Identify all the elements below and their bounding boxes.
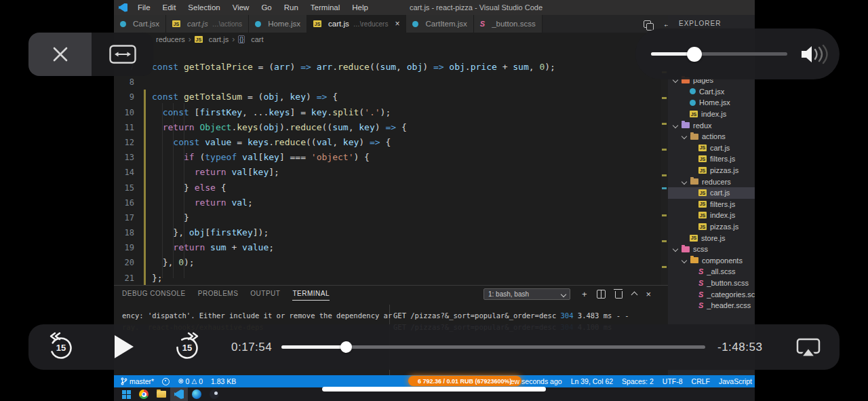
- code-editor[interactable]: 7const getTotalPrice = (arr) => arr.redu…: [114, 46, 661, 285]
- tab-cart.js[interactable]: JScart.js…\actions: [166, 15, 249, 33]
- sass-file-icon: S: [480, 20, 485, 27]
- panel-tab-terminal[interactable]: TERMINAL: [292, 290, 330, 301]
- code-line[interactable]: 14 return val[key];: [114, 165, 555, 180]
- taskbar-chrome-button[interactable]: [135, 387, 153, 401]
- tree-item-index.js[interactable]: JSindex.js: [668, 210, 755, 221]
- close-icon[interactable]: ×: [395, 19, 399, 28]
- git-branch-item[interactable]: master*: [121, 377, 154, 385]
- tab-_button.scss[interactable]: S_button.scss: [474, 15, 542, 33]
- code-line[interactable]: 8: [114, 75, 555, 90]
- line-text: const value = keys.reduce((val, key) => …: [142, 135, 391, 150]
- new-terminal-icon[interactable]: +: [582, 290, 587, 299]
- code-line[interactable]: 15 } else {: [114, 180, 555, 195]
- close-panel-icon[interactable]: ×: [646, 290, 652, 299]
- menu-selection[interactable]: Selection: [182, 0, 226, 15]
- tab-home.jsx[interactable]: Home.jsx: [249, 15, 307, 33]
- tree-item-actions[interactable]: actions: [668, 131, 755, 142]
- taskbar-edge-button[interactable]: [188, 387, 205, 401]
- tree-item-components[interactable]: components: [668, 255, 755, 267]
- close-button[interactable]: [28, 33, 92, 76]
- tree-item-_categories.sc[interactable]: S_categories.sc: [668, 288, 755, 300]
- airplay-button[interactable]: [796, 337, 821, 358]
- code-line[interactable]: 20 }, 0);: [114, 255, 555, 270]
- status-item[interactable]: Spaces: 2: [622, 377, 654, 385]
- skip-forward-15-button[interactable]: 15: [172, 331, 203, 362]
- code-line[interactable]: 11 return Object.keys(obj).reduce((sum, …: [114, 120, 555, 135]
- code-line[interactable]: 7const getTotalPrice = (arr) => arr.redu…: [114, 60, 555, 75]
- home-indicator[interactable]: [322, 387, 546, 392]
- breadcrumb-item[interactable]: {}cart: [238, 35, 263, 43]
- tree-item-_all.scss[interactable]: S_all.scss: [668, 266, 755, 278]
- status-item[interactable]: Ln 39, Col 62: [571, 377, 613, 385]
- breadcrumb-item[interactable]: JScart.js: [195, 35, 229, 43]
- tree-item-reducers[interactable]: reducers: [668, 176, 755, 187]
- tree-item-filters.js[interactable]: JSfilters.js: [668, 199, 755, 210]
- menu-view[interactable]: View: [226, 0, 256, 15]
- menu-run[interactable]: Run: [278, 0, 304, 15]
- menu-terminal[interactable]: Terminal: [304, 0, 346, 15]
- code-line[interactable]: 13 if (typeof val[key] === 'object') {: [114, 150, 555, 165]
- skip-back-15-button[interactable]: 15: [45, 331, 77, 362]
- menu-file[interactable]: File: [132, 0, 157, 15]
- play-button[interactable]: [115, 335, 134, 358]
- errors-item[interactable]: ⊗ 0 △ 0: [178, 377, 203, 385]
- kill-terminal-icon[interactable]: [615, 291, 623, 299]
- taskbar-vscode-button[interactable]: [170, 387, 188, 401]
- menu-help[interactable]: Help: [346, 0, 374, 15]
- eye-icon[interactable]: [162, 378, 170, 385]
- tree-item-pizzas.js[interactable]: JSpizzas.js: [668, 165, 755, 176]
- tree-item-cart.jsx[interactable]: Cart.jsx: [668, 86, 755, 98]
- breadcrumb[interactable]: reducers›JScart.js›{}cart: [114, 33, 668, 46]
- tree-item-index.js[interactable]: JSindex.js: [668, 109, 755, 120]
- taskbar-windows-button[interactable]: [117, 387, 135, 401]
- tree-item-redux[interactable]: redux: [668, 119, 755, 131]
- tree-item-home.jsx[interactable]: Home.jsx: [668, 97, 755, 109]
- menu-go[interactable]: Go: [255, 0, 277, 15]
- open-changes-icon[interactable]: [644, 20, 651, 28]
- react-file-icon: [690, 100, 696, 106]
- volume-knob[interactable]: [687, 47, 702, 62]
- tree-item-scss[interactable]: scss: [668, 244, 755, 255]
- tree-item-_button.scss[interactable]: S_button.scss: [668, 278, 755, 289]
- taskbar-steam-button[interactable]: [205, 387, 223, 401]
- tab-label: Cart.jsx: [133, 20, 159, 28]
- menu-edit[interactable]: Edit: [157, 0, 182, 15]
- split-terminal-icon[interactable]: [597, 290, 606, 299]
- panel-action-icons: +×: [582, 289, 651, 299]
- tab-cart.jsx[interactable]: Cart.jsx: [114, 15, 166, 33]
- volume-slider[interactable]: [651, 52, 787, 56]
- tree-item-filters.js[interactable]: JSfilters.js: [668, 153, 755, 165]
- tree-item-pizzas.js[interactable]: JSpizzas.js: [668, 221, 755, 233]
- status-item[interactable]: ew seconds ago: [511, 377, 562, 385]
- taskbar-file-explorer-button[interactable]: [153, 387, 170, 401]
- status-item[interactable]: UTF-8: [663, 377, 683, 385]
- status-item[interactable]: CRLF: [692, 377, 710, 385]
- tree-item-cart.js[interactable]: JScart.js: [668, 187, 755, 199]
- code-line[interactable]: 10 const [firstKey, ...keys] = key.split…: [114, 105, 555, 120]
- aspect-ratio-button[interactable]: [92, 33, 153, 76]
- shell-select[interactable]: 1: bash, bash: [484, 288, 570, 300]
- currency-extension-badge[interactable]: 6 792.36 / 0.01 RUB (67923600%): [408, 376, 521, 386]
- file-tree: pagesCart.jsxHome.jsxJSindex.jsreduxacti…: [668, 75, 755, 311]
- progress-knob[interactable]: [340, 341, 352, 353]
- breadcrumb-item[interactable]: reducers: [156, 35, 185, 43]
- status-item[interactable]: JavaScript: [719, 377, 752, 385]
- panel-tab-problems[interactable]: PROBLEMS: [198, 290, 239, 301]
- code-line[interactable]: 19 return sum + value;: [114, 240, 555, 255]
- code-line[interactable]: 12 const value = keys.reduce((val, key) …: [114, 135, 555, 150]
- code-line[interactable]: 21};: [114, 271, 555, 285]
- code-line[interactable]: 9const getTotalSum = (obj, key) => {: [114, 90, 555, 104]
- tree-item-cart.js[interactable]: JScart.js: [668, 142, 755, 154]
- tree-item-store.js[interactable]: JSstore.js: [668, 232, 755, 244]
- line-number: 12: [114, 135, 142, 150]
- panel-tab-output[interactable]: OUTPUT: [250, 290, 280, 301]
- code-line[interactable]: 18 }, obj[firstKey]);: [114, 225, 555, 240]
- sass-file-icon: S: [698, 291, 703, 298]
- tab-cart.js[interactable]: JScart.js…\reducers×: [307, 15, 406, 33]
- code-line[interactable]: 17 }: [114, 210, 555, 225]
- panel-tab-debug-console[interactable]: DEBUG CONSOLE: [122, 290, 186, 301]
- tree-item-_header.scss[interactable]: S_header.scss: [668, 300, 755, 311]
- maximize-panel-icon[interactable]: [631, 292, 637, 299]
- tab-cartitem.jsx[interactable]: CartItem.jsx: [406, 15, 473, 33]
- code-line[interactable]: 16 return val;: [114, 195, 555, 210]
